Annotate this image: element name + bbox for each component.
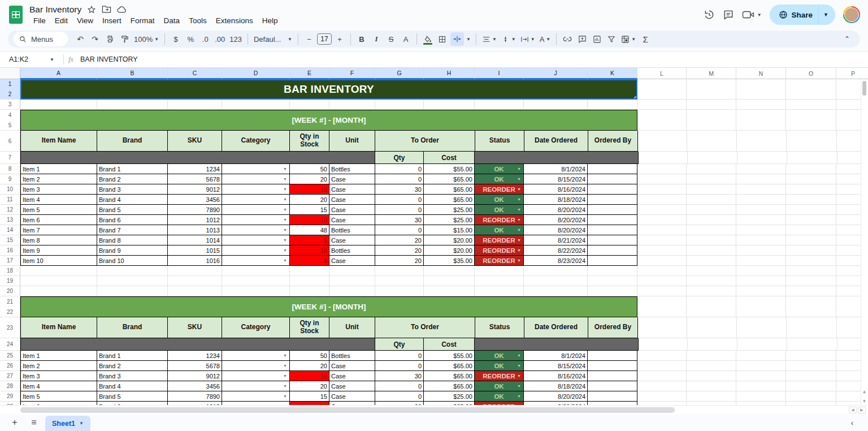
cell-F20[interactable] (329, 286, 375, 296)
cell-C3[interactable] (168, 100, 222, 110)
category-dropdown-icon[interactable]: ▼ (283, 394, 288, 398)
cell-N[interactable] (736, 164, 786, 174)
zoom-select[interactable]: 100%▼ (132, 32, 160, 46)
cell-qty-in-stock-11[interactable]: 20 (290, 195, 329, 205)
subheader-cost[interactable]: Cost (424, 152, 475, 164)
row-number-23[interactable]: 23 (0, 317, 20, 338)
grid-corner[interactable] (0, 68, 20, 79)
cell-H18[interactable] (424, 266, 475, 276)
cell-date-ordered-12[interactable]: 8/20/2024 (524, 205, 588, 215)
cell-status-28[interactable]: OK▼ (475, 381, 524, 391)
cell-M[interactable] (687, 256, 736, 266)
cell-sku-27[interactable]: 9012 (168, 371, 222, 381)
cell-brand-9[interactable]: Brand 2 (97, 174, 168, 184)
avatar[interactable] (843, 6, 860, 23)
cell-L[interactable] (637, 195, 687, 205)
cell-date-ordered-25[interactable]: 8/1/2024 (524, 351, 588, 361)
cell-date-ordered-15[interactable]: 8/21/2024 (524, 235, 588, 245)
cell-cost-15[interactable]: $20.00 (424, 235, 475, 245)
subheader-gray-left[interactable] (20, 338, 375, 351)
cell-E19[interactable] (290, 276, 329, 286)
vertical-align-button[interactable]: ▼ (500, 32, 518, 46)
cell-sku-25[interactable]: 1234 (168, 351, 222, 361)
cell-qty-in-stock-26[interactable]: 20 (290, 361, 329, 371)
cell-status-12[interactable]: OK▼ (475, 205, 524, 215)
cell-O[interactable] (786, 215, 836, 225)
vertical-scrollbar[interactable]: ▲ ▼ (861, 79, 868, 405)
document-title[interactable]: Bar Inventory (29, 5, 81, 15)
text-color-button[interactable]: A (399, 32, 413, 46)
all-sheets-button[interactable]: ≡ (26, 416, 42, 429)
redo-button[interactable]: ↷ (88, 32, 102, 46)
row-number-7[interactable]: 7 (0, 152, 20, 164)
row-number-18[interactable]: 18 (0, 266, 20, 276)
cell-O18[interactable] (786, 266, 836, 276)
category-dropdown-icon[interactable]: ▼ (283, 177, 288, 181)
cell-F3[interactable] (329, 100, 375, 110)
cell-sku-29[interactable]: 7890 (168, 391, 222, 402)
decrease-font-size-button[interactable]: − (302, 32, 316, 46)
header-sku[interactable]: SKU (168, 317, 222, 338)
collapse-side-panel-icon[interactable]: ‹ (851, 419, 861, 427)
cell-category-16[interactable]: ▼ (222, 245, 290, 256)
category-dropdown-icon[interactable]: ▼ (283, 228, 288, 232)
cell-qty-in-stock-10[interactable]: 10 (290, 184, 329, 195)
insert-link-button[interactable] (561, 32, 574, 46)
fill-color-button[interactable] (421, 32, 435, 46)
cell-F18[interactable] (329, 266, 375, 276)
status-dropdown-icon[interactable]: ▼ (517, 364, 521, 368)
cell-qty-in-stock-15[interactable]: 5 (290, 235, 329, 245)
cell-qty-in-stock-29[interactable]: 15 (290, 391, 329, 402)
cell-unit-16[interactable]: Bottles (329, 245, 375, 256)
cell-N[interactable] (736, 381, 786, 391)
share-caret-icon[interactable]: ▼ (819, 12, 835, 18)
cell-unit-13[interactable]: Case (329, 215, 375, 225)
cell-status-14[interactable]: OK▼ (475, 225, 524, 235)
horizontal-scroll-thumb[interactable] (20, 407, 675, 413)
cell-order-qty-12[interactable]: 0 (375, 205, 424, 215)
status-dropdown-icon[interactable]: ▼ (517, 228, 521, 232)
cell-O[interactable] (786, 381, 836, 391)
cell-N3[interactable] (736, 100, 786, 110)
cell-date-ordered-28[interactable]: 8/18/2024 (524, 381, 588, 391)
cell-K19[interactable] (588, 276, 637, 286)
cell-N[interactable] (737, 338, 787, 351)
cell-item-name-25[interactable]: Item 1 (20, 351, 97, 361)
cell-L[interactable] (637, 164, 687, 174)
cell-item-name-8[interactable]: Item 1 (20, 164, 97, 174)
functions-button[interactable]: Σ (639, 32, 652, 46)
cell-M[interactable] (687, 205, 736, 215)
cell-brand-8[interactable]: Brand 1 (97, 164, 168, 174)
cell-status-26[interactable]: OK▼ (475, 361, 524, 371)
cell-O[interactable] (786, 174, 836, 184)
increase-font-size-button[interactable]: + (333, 32, 346, 46)
cell-F19[interactable] (329, 276, 375, 286)
cell-M[interactable] (687, 235, 736, 245)
week-banner[interactable]: [WEEK #] - [MONTH] (20, 110, 637, 131)
cell-H20[interactable] (424, 286, 475, 296)
header-brand[interactable]: Brand (97, 131, 168, 152)
scroll-right-icon[interactable]: ▶ (858, 407, 866, 413)
format-currency-button[interactable]: $ (169, 32, 183, 46)
subheader-qty[interactable]: Qty (375, 338, 424, 351)
cell-M[interactable] (687, 174, 736, 184)
cell-E18[interactable] (290, 266, 329, 276)
cell-brand-10[interactable]: Brand 3 (97, 184, 168, 195)
category-dropdown-icon[interactable]: ▼ (283, 197, 288, 201)
header-to-order[interactable]: To Order (375, 131, 475, 152)
cell-order-qty-8[interactable]: 0 (375, 164, 424, 174)
cell-brand-17[interactable]: Brand 10 (97, 256, 168, 266)
row-number-10[interactable]: 10 (0, 184, 20, 195)
cell-I3[interactable] (475, 100, 524, 110)
cell-date-ordered-13[interactable]: 8/20/2024 (524, 215, 588, 225)
row-number-8[interactable]: 8 (0, 164, 20, 174)
status-dropdown-icon[interactable]: ▼ (517, 187, 521, 191)
cell-M[interactable] (688, 152, 737, 164)
category-dropdown-icon[interactable]: ▼ (283, 208, 288, 212)
cell-G18[interactable] (375, 266, 424, 276)
sheet-tab-sheet1[interactable]: Sheet1 ▼ (45, 416, 90, 431)
cell-B3[interactable] (97, 100, 168, 110)
insert-comment-button[interactable] (575, 32, 589, 46)
cell-qty-in-stock-16[interactable]: 10 (290, 245, 329, 256)
cell-N[interactable] (736, 235, 786, 245)
